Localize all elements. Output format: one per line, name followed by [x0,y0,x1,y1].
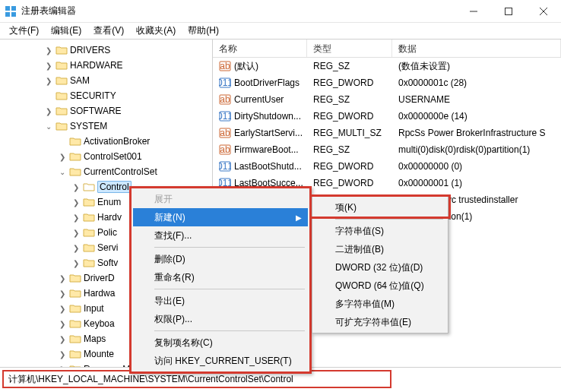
tree-item-label: ControlSet001 [84,151,142,162]
tree-item-label: Hardv [97,212,122,223]
expand-toggle-icon[interactable]: ❯ [58,350,67,359]
folder-icon [69,303,81,314]
menu-edit[interactable]: 编辑(E) [45,23,87,39]
tree-item-label: CurrentControlSet [84,166,157,177]
folder-icon [69,136,81,147]
tree-item[interactable]: ❯DRIVERS [0,43,212,58]
expand-toggle-icon[interactable]: ❯ [71,229,81,237]
folder-icon [83,258,95,268]
expand-toggle-icon[interactable]: ❯ [71,198,81,207]
tree-item[interactable]: ⌄SYSTEM [0,119,212,134]
svg-rect-1 [11,6,16,11]
ctx-expand[interactable]: 展开 [133,190,308,208]
expand-toggle-icon[interactable]: ❯ [44,77,53,85]
ctx-copy-key-name[interactable]: 复制项名称(C) [133,334,308,352]
tree-item-label: DriverD [84,273,115,283]
expand-toggle-icon[interactable]: ❯ [71,259,81,267]
ctx-goto-hkcu[interactable]: 访问 HKEY_CURRENT_USER(T) [133,352,308,370]
list-row[interactable]: 011DirtyShutdown...REG_DWORD0x0000000e (… [213,108,561,125]
ctx-rename[interactable]: 重命名(R) [133,268,308,286]
folder-icon [69,151,81,162]
menu-file[interactable]: 文件(F) [3,23,45,39]
ctx-new-string[interactable]: 字符串值(S) [314,222,446,240]
ctx-new-dword[interactable]: DWORD (32 位)值(D) [314,258,446,277]
menu-view[interactable]: 查看(V) [87,23,130,39]
folder-icon [55,90,68,101]
maximize-button[interactable] [491,0,526,23]
minimize-button[interactable] [456,0,491,23]
expand-toggle-icon[interactable]: ❯ [58,335,67,343]
col-header-data[interactable]: 数据 [392,40,561,57]
cell-data: 0x00000000 (0) [392,161,561,172]
tree-item[interactable]: ❯HARDWARE [0,58,212,73]
context-menu-new: 项(K) 字符串值(S) 二进制值(B) DWORD (32 位)值(D) QW… [312,196,448,334]
expand-toggle-icon[interactable]: ❯ [71,183,81,191]
cell-data: (数值未设置) [392,60,561,73]
svg-text:ab: ab [220,61,230,71]
address-path: 计算机\HKEY_LOCAL_MACHINE\SYSTEM\CurrentCon… [8,373,293,386]
cell-data: 0x0000000e (14) [392,111,561,122]
svg-text:011: 011 [219,111,231,122]
ctx-delete[interactable]: 删除(D) [133,250,308,268]
expand-toggle-icon[interactable]: ❯ [44,107,53,115]
tree-item[interactable]: ❯SOFTWARE [0,103,212,119]
ctx-new-key[interactable]: 项(K) [314,198,446,217]
tree-item-label: SYSTEM [70,121,107,131]
cell-data: USERNAME [392,94,561,105]
ctx-new[interactable]: 新建(N)▶ [133,208,308,226]
close-button[interactable] [526,0,561,23]
tree-item-label: Enum [97,197,121,207]
expand-toggle-icon[interactable]: ❯ [44,62,53,70]
list-row[interactable]: abCurrentUserREG_SZUSERNAME [213,91,561,108]
window-title: 注册表编辑器 [21,5,456,17]
cell-type: REG_DWORD [307,77,392,88]
svg-text:011: 011 [219,77,231,88]
tree-item-label: Polic [97,227,117,238]
expand-toggle-icon[interactable]: ❯ [58,274,67,283]
list-row[interactable]: ab(默认)REG_SZ(数值未设置) [213,58,561,74]
ctx-new-expandstring[interactable]: 可扩充字符串值(E) [314,313,446,331]
tree-item[interactable]: ❯SAM [0,73,212,88]
svg-text:ab: ab [220,94,230,105]
ctx-new-qword[interactable]: QWORD (64 位)值(Q) [314,277,446,295]
cell-type: REG_MULTI_SZ [307,128,392,138]
expand-toggle-icon[interactable]: ❯ [58,289,67,298]
col-header-type[interactable]: 类型 [307,40,392,57]
tree-item[interactable]: ActivationBroker [0,134,212,149]
value-icon: ab [219,127,231,139]
ctx-separator [154,247,305,248]
cell-name: abFirmwareBoot... [213,144,307,156]
ctx-export[interactable]: 导出(E) [133,292,308,310]
tree-item[interactable]: SECURITY [0,88,212,103]
list-row[interactable]: abFirmwareBoot...REG_SZmulti(0)disk(0)rd… [213,141,561,158]
expand-toggle-icon[interactable]: ❯ [58,365,67,368]
expand-toggle-icon[interactable]: ❯ [44,46,53,55]
tree-item[interactable]: ❯ControlSet001 [0,149,212,164]
folder-icon [83,212,95,223]
ctx-find[interactable]: 查找(F)... [133,226,308,245]
expand-toggle-icon[interactable]: ❯ [71,213,81,222]
list-row[interactable]: 011BootDriverFlagsREG_DWORD0x0000001c (2… [213,74,561,91]
folder-icon [69,349,81,359]
expand-toggle-icon[interactable]: ⌄ [44,122,53,131]
expand-toggle-icon[interactable]: ❯ [58,320,67,328]
expand-toggle-icon[interactable]: ❯ [58,305,67,313]
list-row[interactable]: abEarlyStartServi...REG_MULTI_SZRpcSs Po… [213,125,561,141]
svg-rect-0 [5,6,10,11]
ctx-new-multistring[interactable]: 多字符串值(M) [314,295,446,313]
expand-toggle-icon[interactable]: ⌄ [58,168,67,176]
tree-item[interactable]: ⌄CurrentControlSet [0,164,212,179]
menu-favorites[interactable]: 收藏夹(A) [130,23,182,39]
menu-help[interactable]: 帮助(H) [182,23,225,39]
col-header-name[interactable]: 名称 [213,40,307,57]
folder-icon [83,182,95,192]
expand-toggle-icon[interactable]: ❯ [58,153,67,161]
ctx-permissions[interactable]: 权限(P)... [133,310,308,328]
folder-icon [55,60,68,71]
expand-toggle-icon[interactable]: ❯ [71,244,81,252]
ctx-new-binary[interactable]: 二进制值(B) [314,240,446,258]
folder-icon [83,197,95,207]
tree-item-label: Mounte [84,349,114,359]
tree-item-label: SAM [70,75,90,86]
list-row[interactable]: 011LastBootShutd...REG_DWORD0x00000000 (… [213,158,561,175]
